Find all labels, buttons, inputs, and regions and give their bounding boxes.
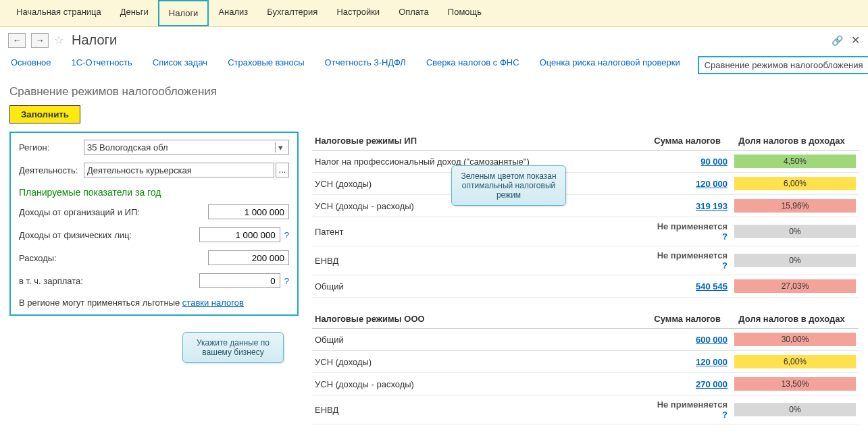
tax-row: УСН (доходы)120 0006,00% (312, 351, 859, 373)
section-title: Сравнение режимов налогообложения (0, 80, 868, 101)
tax-sum-link[interactable]: 90 000 (640, 157, 727, 167)
share-bar: 6,00% (734, 177, 856, 190)
help-icon[interactable]: ? (284, 276, 289, 286)
share-bar: 0% (734, 403, 856, 416)
tax-row: Общий600 00030,00% (312, 329, 859, 351)
topnav-item[interactable]: Начальная страница (7, 0, 111, 26)
ooo-header-row: Налоговые режимы ООО Сумма налогов Доля … (312, 310, 859, 329)
salary-label: в т. ч. зарплата: (19, 276, 151, 286)
topnav-item[interactable]: Деньги (111, 0, 158, 26)
link-icon[interactable]: 🔗 (832, 35, 843, 46)
topnav-item[interactable]: Помощь (438, 0, 491, 26)
ip-rows: Налог на профессиональный доход ("самоза… (312, 150, 859, 298)
chevron-down-icon[interactable]: ▾ (275, 142, 286, 152)
tax-sum-link[interactable]: 600 000 (640, 335, 727, 345)
topnav-item[interactable]: Бухгалтерия (257, 0, 327, 26)
tax-row: УСН (доходы)120 0006,00% (312, 173, 859, 195)
subnav-item[interactable]: Сравнение режимов налогообложения (698, 56, 868, 74)
share-bar: 6,00% (734, 355, 856, 368)
tax-row: ЕНВДНе применяется?0% (312, 246, 859, 275)
tax-row: ПатентНе применяется?0% (312, 217, 859, 246)
results-panel: Налоговые режимы ИП Сумма налогов Доля н… (312, 132, 859, 424)
activity-browse-button[interactable]: ... (276, 163, 289, 177)
share-bar: 13,50% (734, 377, 856, 391)
close-icon[interactable]: ✕ (851, 34, 860, 47)
star-icon[interactable]: ☆ (54, 34, 63, 47)
tax-sum-link[interactable]: 270 000 (640, 379, 727, 389)
subnav-item[interactable]: Оценка риска налоговой проверки (537, 56, 683, 74)
subnav-item[interactable]: Основное (8, 56, 54, 74)
region-label: Регион: (19, 142, 84, 152)
expenses-label: Расходы: (19, 253, 151, 263)
tax-row: Общий540 54527,03% (312, 275, 859, 298)
activity-label: Деятельность: (19, 165, 84, 175)
help-icon[interactable]: ? (722, 260, 727, 271)
share-bar: 15,96% (734, 199, 856, 213)
income-phys-label: Доходы от физических лиц: (19, 230, 151, 240)
help-icon[interactable]: ? (722, 231, 727, 242)
top-nav: Начальная страницаДеньгиНалогиАнализБухг… (0, 0, 868, 27)
ip-header-row: Налоговые режимы ИП Сумма налогов Доля н… (312, 132, 859, 150)
expenses-input[interactable] (208, 250, 289, 265)
topnav-item[interactable]: Анализ (209, 0, 257, 26)
share-bar: 0% (734, 254, 856, 267)
income-phys-input[interactable] (199, 227, 280, 242)
topnav-item[interactable]: Настройки (327, 0, 389, 26)
subnav-item[interactable]: Сверка налогов с ФНС (424, 56, 522, 74)
tax-sum-link[interactable]: 319 193 (640, 201, 727, 211)
activity-select[interactable]: Деятельность курьерская (84, 163, 274, 177)
share-bar: 0% (734, 225, 856, 238)
help-icon[interactable]: ? (722, 410, 727, 420)
ooo-rows: Общий600 00030,00%УСН (доходы)120 0006,0… (312, 329, 859, 424)
tax-rates-link[interactable]: ставки налогов (182, 298, 244, 308)
share-bar: 4,50% (734, 155, 856, 168)
page-title: Налоги (72, 32, 117, 48)
forward-button[interactable]: → (31, 33, 49, 48)
salary-input[interactable] (199, 273, 280, 288)
sub-nav: Основное1С-ОтчетностьСписок задачСтрахов… (0, 53, 868, 80)
header-row: ← → ☆ Налоги 🔗 ✕ (0, 27, 868, 53)
footnote: В регионе могут применяться льготные ста… (19, 298, 289, 308)
subnav-item[interactable]: Список задач (150, 56, 210, 74)
tax-row: Налог на профессиональный доход ("самоза… (312, 150, 859, 173)
callout-inputs: Укажите данные по вашему бизнесу (182, 332, 284, 363)
plan-heading: Планируемые показатели за год (19, 187, 289, 198)
tax-sum-link[interactable]: 120 000 (640, 357, 727, 367)
fill-button[interactable]: Заполнить (9, 105, 80, 123)
share-bar: 30,00% (734, 333, 856, 346)
income-org-input[interactable] (208, 204, 289, 219)
tax-row: УСН (доходы - расходы)319 19315,96% (312, 195, 859, 217)
topnav-item[interactable]: Оплата (389, 0, 438, 26)
share-bar: 27,03% (734, 279, 856, 293)
subnav-item[interactable]: Отчетность 3-НДФЛ (322, 56, 409, 74)
topnav-item[interactable]: Налоги (158, 0, 209, 26)
tax-row: ЕНВДНе применяется?0% (312, 395, 859, 424)
back-button[interactable]: ← (8, 33, 26, 48)
tax-row: УСН (доходы - расходы)270 00013,50% (312, 373, 859, 395)
region-select[interactable]: 35 Вологодская обл ▾ (84, 140, 289, 155)
subnav-item[interactable]: 1С-Отчетность (69, 56, 135, 74)
subnav-item[interactable]: Страховые взносы (225, 56, 307, 74)
tax-sum-link[interactable]: 120 000 (640, 179, 727, 189)
callout-optimal: Зеленым цветом показан оптимальный налог… (451, 165, 566, 206)
help-icon[interactable]: ? (284, 230, 289, 240)
income-org-label: Доходы от организаций и ИП: (19, 207, 151, 217)
inputs-panel: Регион: 35 Вологодская обл ▾ Деятельност… (9, 132, 299, 316)
tax-sum-link[interactable]: 540 545 (640, 281, 727, 292)
